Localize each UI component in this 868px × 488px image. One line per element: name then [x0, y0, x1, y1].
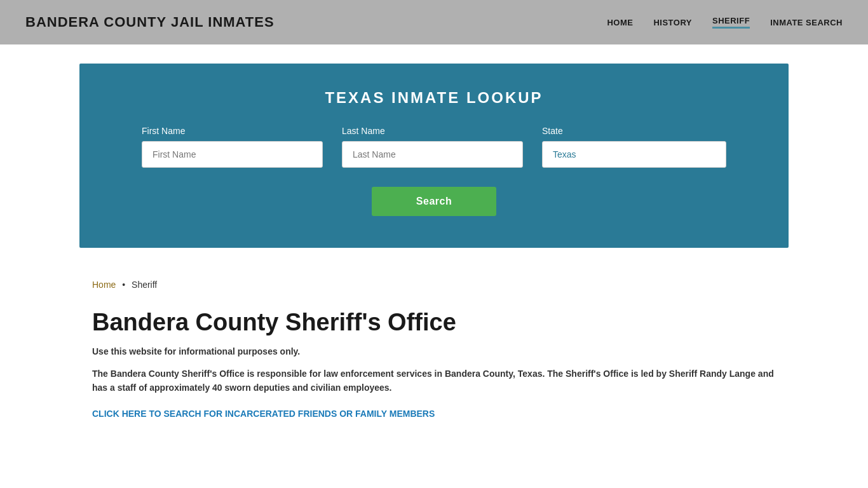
page-title: Bandera County Sheriff's Office [92, 309, 776, 336]
first-name-label: First Name [142, 126, 323, 136]
site-header: BANDERA COUNTY JAIL INMATES HOME HISTORY… [0, 0, 868, 44]
breadcrumb: Home • Sheriff [0, 267, 868, 296]
main-nav: HOME HISTORY SHERIFF INMATE SEARCH [607, 16, 843, 29]
first-name-group: First Name [142, 126, 323, 168]
nav-history[interactable]: HISTORY [653, 18, 692, 27]
description-text: The Bandera County Sheriff's Office is r… [92, 367, 776, 395]
nav-sheriff[interactable]: SHERIFF [712, 16, 750, 29]
cta-link[interactable]: CLICK HERE to Search for Incarcerated Fr… [92, 409, 435, 419]
state-input[interactable] [542, 141, 726, 168]
search-button-row: Search [111, 187, 757, 216]
nav-inmate-search[interactable]: INMATE SEARCH [770, 18, 843, 27]
search-title: TEXAS INMATE LOOKUP [111, 89, 757, 107]
nav-home[interactable]: HOME [607, 18, 633, 27]
last-name-group: Last Name [342, 126, 523, 168]
main-content: Bandera County Sheriff's Office Use this… [0, 296, 868, 445]
site-logo: BANDERA COUNTY JAIL INMATES [25, 14, 275, 30]
search-fields: First Name Last Name State [111, 126, 757, 168]
disclaimer-text: Use this website for informational purpo… [92, 346, 776, 356]
breadcrumb-home-link[interactable]: Home [92, 280, 116, 290]
state-group: State [542, 126, 726, 168]
search-button[interactable]: Search [372, 187, 496, 216]
breadcrumb-current: Sheriff [132, 280, 157, 290]
first-name-input[interactable] [142, 141, 323, 168]
last-name-label: Last Name [342, 126, 523, 136]
state-label: State [542, 126, 726, 136]
breadcrumb-separator: • [122, 280, 125, 290]
search-section: TEXAS INMATE LOOKUP First Name Last Name… [79, 64, 789, 248]
last-name-input[interactable] [342, 141, 523, 168]
